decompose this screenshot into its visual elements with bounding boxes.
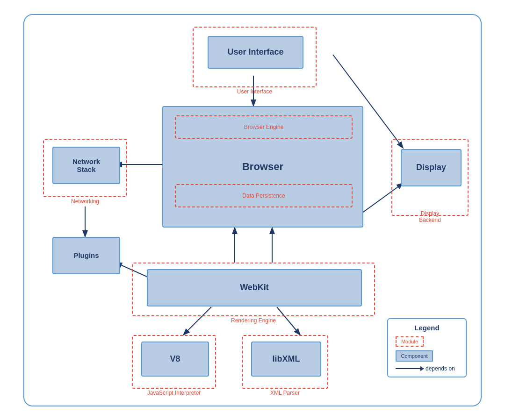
display-label: Display (416, 163, 446, 172)
browser-engine-label: Browser Engine (244, 124, 284, 130)
xml-parser-label: XML Parser (270, 390, 300, 396)
rendering-engine-module: WebKit Rendering Engine (132, 263, 375, 316)
libxml-component: libXML (251, 342, 321, 377)
plugins-component: Plugins (52, 237, 120, 274)
v8-component: V8 (141, 342, 209, 377)
legend-component-item: Component (396, 350, 458, 362)
legend-module-item: Module (396, 336, 458, 347)
user-interface-module: User Interface User Interface (193, 27, 317, 87)
browser-label: Browser (242, 161, 283, 173)
data-persistence-label: Data Persistence (242, 192, 285, 199)
browser-component: Browser Engine Browser Data Persistence (162, 106, 363, 228)
legend-component-label: Component (401, 353, 428, 359)
javascript-interpreter-label: JavaScript Interpreter (147, 390, 201, 396)
network-stack-label: Network Stack (72, 157, 100, 173)
networking-module: Network Stack Networking (43, 139, 127, 197)
libxml-label: libXML (273, 354, 300, 364)
display-backend-label: Display Backend (419, 210, 441, 223)
javascript-interpreter-module: V8 JavaScript Interpreter (132, 335, 216, 389)
plugins-label: Plugins (73, 251, 99, 259)
browser-engine-inner: Browser Engine (175, 115, 353, 139)
rendering-engine-label: Rendering Engine (231, 317, 276, 324)
legend-box: Legend Module Component depends on (387, 318, 467, 377)
display-backend-module: Display Display Backend (391, 139, 469, 216)
legend-arrow-item: depends on (396, 365, 458, 372)
network-stack-component: Network Stack (52, 147, 120, 184)
legend-arrow-label: depends on (426, 365, 455, 372)
legend-component-sample: Component (396, 350, 433, 362)
legend-arrow-line (396, 368, 424, 369)
legend-module-label: Module (401, 339, 418, 344)
display-component: Display (401, 149, 462, 186)
user-interface-label: User Interface (227, 47, 283, 57)
v8-label: V8 (170, 354, 180, 364)
user-interface-component: User Interface (208, 36, 303, 69)
legend-title: Legend (396, 324, 458, 332)
networking-module-label: Networking (71, 198, 99, 205)
webkit-label: WebKit (240, 283, 269, 292)
webkit-component: WebKit (147, 269, 362, 306)
user-interface-module-label: User Interface (237, 88, 272, 95)
legend-module-sample: Module (396, 336, 424, 347)
diagram-container: User Interface User Interface Network St… (23, 14, 482, 406)
data-persistence-inner: Data Persistence (175, 184, 353, 207)
xml-parser-module: libXML XML Parser (242, 335, 328, 389)
